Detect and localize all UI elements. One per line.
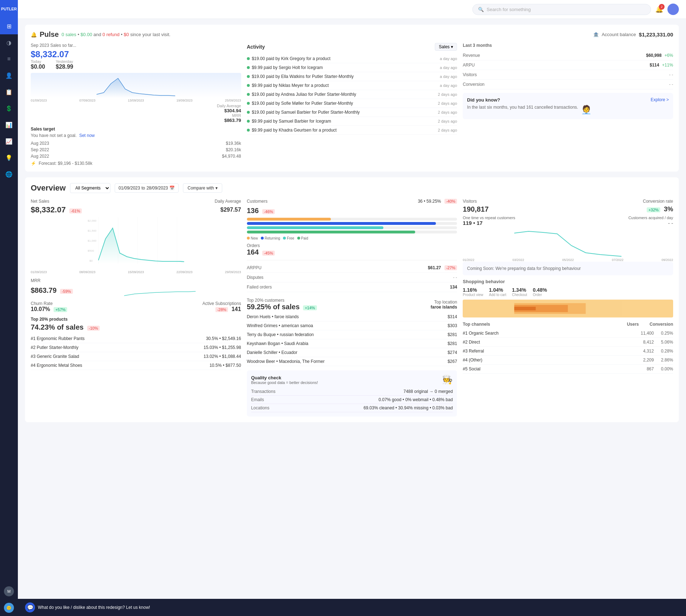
sidebar-item-trends[interactable]: 📈 bbox=[0, 133, 18, 149]
insights-icon: 💡 bbox=[5, 154, 13, 161]
step-label-0: Product view bbox=[463, 293, 483, 297]
daily-avg-overview-value: $297.57 bbox=[220, 207, 241, 213]
svg-text:$0: $0 bbox=[89, 259, 93, 262]
sidebar-item-global[interactable]: 🌐 bbox=[0, 166, 18, 182]
orders-card: Orders 164 -45% bbox=[247, 243, 457, 256]
dyk-header: Did you know? Explore > bbox=[467, 97, 669, 103]
cust-val-5: $267 bbox=[448, 359, 457, 364]
target-row-2: Aug 2022 $4,970.48 bbox=[31, 153, 241, 159]
product-val-1: 15.03% • $1,255.98 bbox=[204, 345, 241, 350]
sidebar-item-analytics[interactable]: ◑ bbox=[0, 34, 18, 51]
ch-users-1: 8,412 bbox=[643, 340, 654, 345]
qc-header: Quality check Because good data = better… bbox=[251, 375, 453, 385]
cust-item-4: Danielle Schiller • Ecuador $274 bbox=[247, 348, 457, 357]
product-row-2: #3 Generic Granite Salad 13.02% • $1,088… bbox=[31, 352, 241, 361]
visitors-label: Visitors bbox=[463, 72, 477, 77]
disputes-row: Disputes - - bbox=[247, 273, 457, 282]
bar-track-returning bbox=[247, 222, 457, 225]
dyk-text: In the last six months, you had 161 canc… bbox=[467, 105, 578, 110]
net-sales-value: $8,332.07 bbox=[31, 205, 66, 214]
cust-header: Customers 36 • 59.25% -40% bbox=[247, 199, 457, 204]
qc-emails-label: Emails bbox=[251, 397, 264, 402]
disputes-value: - - bbox=[453, 275, 457, 280]
visitors-value: - - bbox=[669, 72, 673, 77]
sidebar-item-revenue[interactable]: 💲 bbox=[0, 100, 18, 117]
net-sales-change: -61% bbox=[69, 208, 82, 213]
sales-target-label: Sales target bbox=[31, 127, 241, 132]
revenue-value: $60,998 bbox=[646, 53, 661, 58]
bar-track-free bbox=[247, 226, 457, 229]
sidebar-item-reports[interactable]: ≡ bbox=[0, 51, 18, 67]
sales-count: 0 sales bbox=[61, 32, 76, 37]
one-time-label: One time vs repeat customers bbox=[463, 216, 566, 220]
product-row-3: #4 Ergonomic Metal Shoes 10.5% • $877.50 bbox=[31, 361, 241, 370]
mrr-sparkline bbox=[79, 283, 241, 297]
coming-soon-text: Coming Soon: We're preparing data for Sh… bbox=[467, 266, 581, 271]
sales-target-sub-text: You have not set a goal. bbox=[31, 133, 76, 138]
activity-time-1: a day ago bbox=[440, 65, 457, 70]
chevron-down-icon: ▾ bbox=[451, 44, 453, 49]
active-subs-value: 141 bbox=[232, 306, 241, 312]
activity-time-7: 2 days ago bbox=[438, 119, 457, 123]
bar-track-paid bbox=[247, 231, 457, 233]
avatar-m: M bbox=[4, 586, 14, 596]
ch-users-3: 2,209 bbox=[643, 358, 654, 363]
acquired-card: Customers acquired / day - - bbox=[570, 216, 673, 226]
bell-icon-pulse: 🔔 bbox=[31, 32, 37, 38]
activity-text-5: $19.00 paid by Sofie Møller for Putler S… bbox=[252, 101, 353, 106]
channel-row-4: #5 Social 867 0.00% bbox=[463, 365, 673, 374]
user-avatar[interactable] bbox=[667, 4, 679, 15]
forecast-text: Forecast: $9,196 - $130.58k bbox=[39, 161, 92, 166]
target-row-0: Aug 2023 $19.36k bbox=[31, 140, 241, 147]
qc-locations-label: Locations bbox=[251, 405, 269, 410]
analytics-icon: ◑ bbox=[6, 39, 11, 46]
trends-icon: 📈 bbox=[5, 138, 13, 145]
top-products-card: Top 20% products 74.23% of sales -10% #1… bbox=[31, 317, 241, 370]
cust-val-4: $274 bbox=[448, 350, 457, 355]
today-yesterday: Today $0.00 Yesterday $28.99 bbox=[31, 59, 241, 70]
disputes-label: Disputes bbox=[247, 275, 264, 280]
activity-time-5: 2 days ago bbox=[438, 101, 457, 105]
channels-title: Top channels bbox=[463, 322, 490, 327]
cust-name-2: Terry du Buque • russian federation bbox=[247, 332, 314, 337]
sidebar-item-customers[interactable]: 👤 bbox=[0, 67, 18, 84]
sep-label: Sep 2023 Sales so far... bbox=[31, 43, 241, 48]
arppu-label: ARPPU bbox=[247, 265, 262, 270]
channel-row-1: #2 Direct 8,412 5.06% bbox=[463, 338, 673, 347]
target-row-1: Sep 2022 $20.16k bbox=[31, 147, 241, 153]
revenue-change: +6% bbox=[665, 53, 673, 58]
explore-link[interactable]: Explore > bbox=[651, 97, 669, 103]
bar-fill-free bbox=[247, 226, 384, 229]
sidebar-item-user-m[interactable]: M bbox=[0, 583, 18, 600]
notification-bell[interactable]: 🔔 2 bbox=[655, 5, 663, 13]
vis-chart-x: 01/2022 03/2022 05/2022 07/2022 09/2022 bbox=[463, 258, 673, 262]
products-list: #1 Ergonomic Rubber Pants 30.5% • $2,549… bbox=[31, 334, 241, 370]
notification-badge: 2 bbox=[659, 4, 665, 10]
activity-time-3: a day ago bbox=[440, 83, 457, 88]
yesterday-value: $28.99 bbox=[56, 64, 73, 70]
bar-track-new bbox=[247, 218, 457, 221]
search-bar[interactable]: 🔍 Search for something bbox=[472, 4, 651, 15]
active-subs-card: Active Subscriptions -28% 141 bbox=[137, 301, 241, 312]
sidebar-item-charts[interactable]: 📊 bbox=[0, 117, 18, 133]
date-range-picker[interactable]: 01/09/2023 to 28/09/2023 📅 bbox=[115, 183, 179, 193]
step-label-2: Checkout bbox=[512, 293, 527, 297]
top-cust-pct: 59.25% of sales bbox=[247, 303, 300, 311]
feedback-text: What do you like / dislike about this re… bbox=[38, 605, 150, 610]
sidebar-item-orders[interactable]: 📋 bbox=[0, 84, 18, 100]
sales-filter-btn[interactable]: Sales ▾ bbox=[435, 43, 457, 51]
top-location: Top location faroe islands bbox=[431, 300, 457, 310]
sidebar-item-user-blue[interactable]: 🙂 bbox=[0, 600, 18, 616]
page-content: 🔔 Pulse 0 sales • $0.00 and 0 refund • $… bbox=[18, 19, 686, 446]
bar-fill-returning bbox=[247, 222, 436, 225]
cust-item-1: Winifred Grimes • american samoa $303 bbox=[247, 321, 457, 330]
segment-select[interactable]: All Segments bbox=[70, 183, 110, 193]
search-icon: 🔍 bbox=[478, 7, 484, 12]
sidebar-item-dashboard[interactable]: ⊞ bbox=[0, 18, 18, 34]
compare-with-btn[interactable]: Compare with ▾ bbox=[183, 183, 222, 193]
ch-name-2: #3 Referral bbox=[463, 349, 484, 354]
set-now-link[interactable]: Set now bbox=[79, 133, 95, 138]
sidebar-item-insights[interactable]: 💡 bbox=[0, 149, 18, 166]
mrr-value-pulse: $863.79 bbox=[31, 118, 241, 123]
overview-header: Overview All Segments 01/09/2023 to 28/0… bbox=[31, 183, 673, 193]
